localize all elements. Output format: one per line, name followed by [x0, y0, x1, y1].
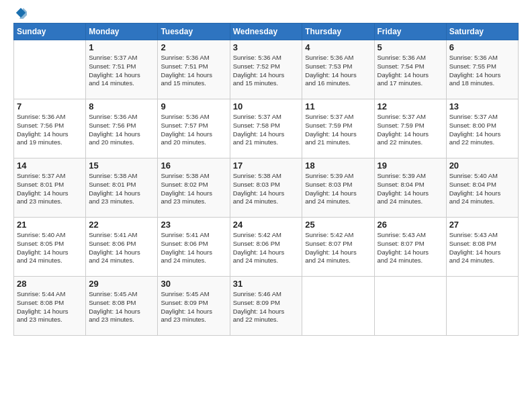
day-info: Sunrise: 5:37 AM Sunset: 8:00 PM Dayligh…: [449, 113, 515, 147]
header: [13, 7, 519, 19]
calendar-cell: 5Sunrise: 5:36 AM Sunset: 7:54 PM Daylig…: [374, 40, 446, 99]
day-info: Sunrise: 5:36 AM Sunset: 7:56 PM Dayligh…: [17, 113, 83, 147]
day-number: 1: [89, 42, 154, 52]
day-info: Sunrise: 5:44 AM Sunset: 8:08 PM Dayligh…: [17, 290, 83, 324]
week-row-4: 28Sunrise: 5:44 AM Sunset: 8:08 PM Dayli…: [14, 277, 519, 336]
day-number: 15: [89, 161, 154, 171]
day-number: 10: [233, 101, 300, 111]
calendar-cell: 6Sunrise: 5:36 AM Sunset: 7:55 PM Daylig…: [446, 40, 518, 99]
calendar-cell: 20Sunrise: 5:40 AM Sunset: 8:04 PM Dayli…: [446, 158, 518, 218]
day-info: Sunrise: 5:45 AM Sunset: 8:08 PM Dayligh…: [89, 290, 154, 324]
calendar-cell: 26Sunrise: 5:43 AM Sunset: 8:07 PM Dayli…: [374, 218, 446, 277]
day-info: Sunrise: 5:37 AM Sunset: 8:01 PM Dayligh…: [17, 172, 83, 206]
day-info: Sunrise: 5:41 AM Sunset: 8:06 PM Dayligh…: [89, 231, 154, 265]
weekday-header-monday: Monday: [86, 24, 158, 40]
day-number: 14: [17, 161, 83, 171]
weekday-header-wednesday: Wednesday: [230, 24, 302, 40]
day-number: 13: [449, 101, 515, 111]
day-number: 2: [161, 42, 226, 52]
calendar-cell: [374, 277, 446, 336]
day-number: 9: [161, 101, 226, 111]
weekday-header-friday: Friday: [374, 24, 446, 40]
day-info: Sunrise: 5:36 AM Sunset: 7:56 PM Dayligh…: [89, 113, 154, 147]
weekday-header-sunday: Sunday: [14, 24, 86, 40]
week-row-1: 7Sunrise: 5:36 AM Sunset: 7:56 PM Daylig…: [14, 99, 519, 158]
day-number: 6: [449, 42, 515, 52]
calendar-cell: 1Sunrise: 5:37 AM Sunset: 7:51 PM Daylig…: [86, 40, 158, 99]
day-number: 18: [305, 161, 371, 171]
day-number: 11: [305, 101, 371, 111]
day-number: 21: [17, 220, 83, 230]
day-info: Sunrise: 5:39 AM Sunset: 8:03 PM Dayligh…: [305, 172, 371, 206]
day-info: Sunrise: 5:36 AM Sunset: 7:52 PM Dayligh…: [233, 54, 300, 88]
day-info: Sunrise: 5:36 AM Sunset: 7:51 PM Dayligh…: [161, 54, 226, 88]
day-number: 26: [378, 220, 443, 230]
day-number: 4: [305, 42, 371, 52]
day-info: Sunrise: 5:38 AM Sunset: 8:01 PM Dayligh…: [89, 172, 154, 206]
day-info: Sunrise: 5:40 AM Sunset: 8:05 PM Dayligh…: [17, 231, 83, 265]
calendar-cell: 18Sunrise: 5:39 AM Sunset: 8:03 PM Dayli…: [302, 158, 374, 218]
day-number: 23: [161, 220, 226, 230]
day-number: 24: [233, 220, 300, 230]
weekday-header-thursday: Thursday: [302, 24, 374, 40]
day-number: 25: [305, 220, 371, 230]
calendar-cell: 25Sunrise: 5:42 AM Sunset: 8:07 PM Dayli…: [302, 218, 374, 277]
logo: [13, 7, 27, 19]
logo-icon: [15, 7, 27, 19]
day-info: Sunrise: 5:43 AM Sunset: 8:07 PM Dayligh…: [378, 231, 443, 265]
day-number: 22: [89, 220, 154, 230]
day-number: 5: [378, 42, 443, 52]
week-row-0: 1Sunrise: 5:37 AM Sunset: 7:51 PM Daylig…: [14, 40, 519, 99]
weekday-header-saturday: Saturday: [446, 24, 518, 40]
calendar-cell: [14, 40, 86, 99]
calendar-cell: 27Sunrise: 5:43 AM Sunset: 8:08 PM Dayli…: [446, 218, 518, 277]
calendar-cell: 19Sunrise: 5:39 AM Sunset: 8:04 PM Dayli…: [374, 158, 446, 218]
calendar-cell: 28Sunrise: 5:44 AM Sunset: 8:08 PM Dayli…: [14, 277, 86, 336]
calendar-cell: 22Sunrise: 5:41 AM Sunset: 8:06 PM Dayli…: [86, 218, 158, 277]
day-info: Sunrise: 5:39 AM Sunset: 8:04 PM Dayligh…: [378, 172, 443, 206]
calendar-cell: 8Sunrise: 5:36 AM Sunset: 7:56 PM Daylig…: [86, 99, 158, 158]
calendar-cell: 16Sunrise: 5:38 AM Sunset: 8:02 PM Dayli…: [158, 158, 230, 218]
week-row-3: 21Sunrise: 5:40 AM Sunset: 8:05 PM Dayli…: [14, 218, 519, 277]
day-number: 12: [378, 101, 443, 111]
calendar-cell: 12Sunrise: 5:37 AM Sunset: 7:59 PM Dayli…: [374, 99, 446, 158]
day-number: 29: [89, 279, 154, 289]
day-info: Sunrise: 5:42 AM Sunset: 8:06 PM Dayligh…: [233, 231, 300, 265]
calendar-cell: 17Sunrise: 5:38 AM Sunset: 8:03 PM Dayli…: [230, 158, 302, 218]
calendar-cell: 21Sunrise: 5:40 AM Sunset: 8:05 PM Dayli…: [14, 218, 86, 277]
calendar: SundayMondayTuesdayWednesdayThursdayFrid…: [13, 23, 519, 336]
calendar-cell: 14Sunrise: 5:37 AM Sunset: 8:01 PM Dayli…: [14, 158, 86, 218]
calendar-cell: 9Sunrise: 5:36 AM Sunset: 7:57 PM Daylig…: [158, 99, 230, 158]
day-info: Sunrise: 5:37 AM Sunset: 7:59 PM Dayligh…: [305, 113, 371, 147]
calendar-cell: 10Sunrise: 5:37 AM Sunset: 7:58 PM Dayli…: [230, 99, 302, 158]
day-info: Sunrise: 5:36 AM Sunset: 7:57 PM Dayligh…: [161, 113, 226, 147]
calendar-cell: [302, 277, 374, 336]
day-info: Sunrise: 5:41 AM Sunset: 8:06 PM Dayligh…: [161, 231, 226, 265]
calendar-cell: 7Sunrise: 5:36 AM Sunset: 7:56 PM Daylig…: [14, 99, 86, 158]
day-number: 20: [449, 161, 515, 171]
calendar-cell: 3Sunrise: 5:36 AM Sunset: 7:52 PM Daylig…: [230, 40, 302, 99]
day-number: 31: [233, 279, 300, 289]
day-info: Sunrise: 5:38 AM Sunset: 8:03 PM Dayligh…: [233, 172, 300, 206]
day-info: Sunrise: 5:43 AM Sunset: 8:08 PM Dayligh…: [449, 231, 515, 265]
weekday-header-row: SundayMondayTuesdayWednesdayThursdayFrid…: [14, 24, 519, 40]
day-number: 17: [233, 161, 300, 171]
calendar-cell: 11Sunrise: 5:37 AM Sunset: 7:59 PM Dayli…: [302, 99, 374, 158]
calendar-cell: 30Sunrise: 5:45 AM Sunset: 8:09 PM Dayli…: [158, 277, 230, 336]
calendar-cell: 4Sunrise: 5:36 AM Sunset: 7:53 PM Daylig…: [302, 40, 374, 99]
calendar-cell: 2Sunrise: 5:36 AM Sunset: 7:51 PM Daylig…: [158, 40, 230, 99]
day-number: 27: [449, 220, 515, 230]
day-info: Sunrise: 5:37 AM Sunset: 7:58 PM Dayligh…: [233, 113, 300, 147]
day-info: Sunrise: 5:36 AM Sunset: 7:53 PM Dayligh…: [305, 54, 371, 88]
day-info: Sunrise: 5:36 AM Sunset: 7:54 PM Dayligh…: [378, 54, 443, 88]
day-number: 30: [161, 279, 226, 289]
day-number: 19: [378, 161, 443, 171]
page: SundayMondayTuesdayWednesdayThursdayFrid…: [0, 0, 532, 411]
day-info: Sunrise: 5:36 AM Sunset: 7:55 PM Dayligh…: [449, 54, 515, 88]
weekday-header-tuesday: Tuesday: [158, 24, 230, 40]
calendar-cell: [446, 277, 518, 336]
day-number: 7: [17, 101, 83, 111]
day-number: 16: [161, 161, 226, 171]
day-number: 8: [89, 101, 154, 111]
day-info: Sunrise: 5:45 AM Sunset: 8:09 PM Dayligh…: [161, 290, 226, 324]
